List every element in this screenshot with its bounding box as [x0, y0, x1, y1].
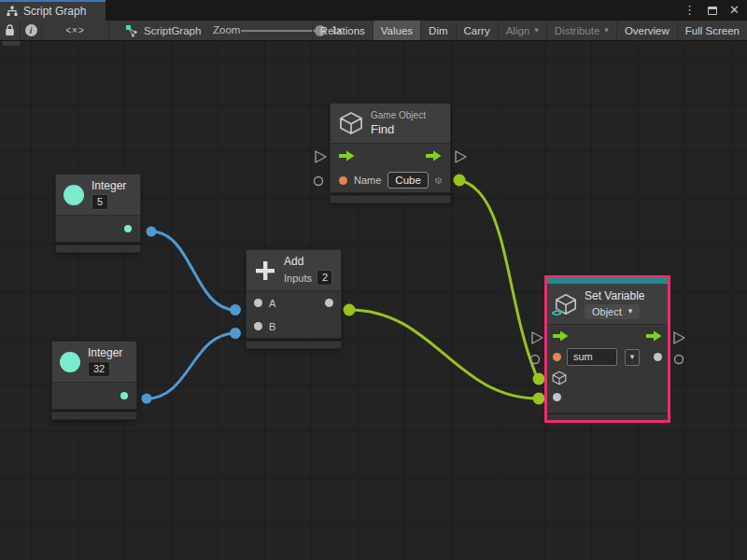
script-graph-window: Script Graph ⋮ ✕ i <×>	[0, 0, 747, 560]
node-integer-32[interactable]: Integer 32	[51, 341, 137, 420]
chevron-down-icon: ▾	[630, 353, 635, 361]
code-icon: <×>	[65, 25, 85, 35]
game-object-cube-icon	[339, 111, 363, 135]
flow-out-arrow-icon[interactable]	[646, 330, 662, 342]
zoom-slider-track[interactable]	[241, 30, 323, 32]
lock-icon	[5, 24, 15, 36]
flow-in-arrow-icon[interactable]	[339, 150, 355, 161]
name-value-field[interactable]: Cube	[388, 172, 429, 189]
node-category: Game Object	[371, 110, 426, 120]
graph-name: ScriptGraph	[144, 25, 201, 36]
node-title: Add	[284, 255, 332, 268]
output-port[interactable]	[124, 225, 132, 232]
dim-button[interactable]: Dim	[420, 21, 455, 40]
variable-name-dropdown-button[interactable]: ▾	[625, 349, 640, 366]
port-b-label: B	[269, 321, 275, 332]
node-footer	[55, 245, 141, 253]
graph-icon	[7, 6, 18, 17]
fullscreen-button[interactable]: Full Screen	[677, 21, 747, 40]
node-footer	[246, 341, 342, 349]
add-icon	[254, 259, 276, 282]
flow-in-arrow-icon[interactable]	[553, 330, 569, 342]
node-footer	[547, 413, 668, 420]
integer-value-field[interactable]: 5	[92, 194, 108, 210]
inspect-button[interactable]: i	[21, 21, 42, 40]
value-input-port[interactable]	[553, 393, 561, 401]
name-label: Name	[354, 175, 381, 186]
zoom-label: Zoom	[213, 21, 240, 40]
distribute-button[interactable]: Distribute ▾	[546, 21, 616, 40]
string-input-port[interactable]	[339, 176, 347, 185]
panel-handle[interactable]	[2, 41, 21, 46]
output-port[interactable]	[654, 353, 662, 361]
node-integer-5[interactable]: Integer 5	[55, 174, 141, 253]
overview-button[interactable]: Overview	[616, 21, 677, 40]
carry-button[interactable]: Carry	[456, 21, 498, 40]
tab-script-graph[interactable]: Script Graph	[0, 0, 106, 21]
integer-type-icon	[60, 352, 80, 372]
node-footer	[51, 412, 137, 420]
flow-out-arrow-icon[interactable]	[426, 150, 442, 161]
relations-button[interactable]: Relations	[312, 21, 373, 40]
integer-type-icon	[63, 185, 84, 205]
node-title: Find	[371, 122, 426, 136]
values-button[interactable]: Values	[373, 21, 420, 40]
chevron-down-icon: ▾	[534, 26, 539, 35]
graph-breadcrumb[interactable]: ScriptGraph	[125, 21, 201, 40]
script-graph-icon	[125, 24, 138, 37]
lock-button[interactable]	[0, 21, 21, 40]
tab-title: Script Graph	[23, 5, 86, 18]
integer-value-field[interactable]: 32	[88, 361, 110, 377]
variables-button[interactable]: <×>	[42, 21, 109, 40]
port-a-label: A	[269, 298, 275, 309]
gameobject-input-port-icon[interactable]	[552, 371, 567, 385]
chevron-down-icon: ▾	[628, 307, 633, 315]
close-icon[interactable]: ✕	[729, 0, 740, 21]
node-title: Integer	[88, 346, 122, 359]
maximize-icon[interactable]	[708, 7, 717, 15]
node-add[interactable]: Add Inputs 2 A B	[246, 249, 342, 349]
tab-bar: Script Graph ⋮ ✕	[0, 0, 747, 21]
node-title: Set Variable	[585, 289, 644, 302]
info-icon: i	[25, 24, 37, 36]
variable-scope-dropdown[interactable]: Object ▾	[585, 304, 640, 319]
window-menu-icon[interactable]: ⋮	[684, 0, 696, 21]
align-button[interactable]: Align ▾	[498, 21, 546, 40]
output-port[interactable]	[325, 299, 333, 307]
graph-toolbar: i <×> ScriptGraph Zoom 1x Relations Valu…	[0, 21, 747, 41]
input-port-b[interactable]	[254, 322, 262, 330]
variable-name-port[interactable]	[553, 353, 561, 361]
output-port[interactable]	[120, 392, 128, 399]
gameobject-output-icon[interactable]	[435, 173, 442, 189]
node-find[interactable]: Game Object Find Name Cube	[330, 103, 451, 203]
variable-name-dropdown[interactable]: sum	[567, 348, 617, 366]
input-port-a[interactable]	[254, 299, 262, 307]
inputs-label: Inputs	[284, 273, 312, 284]
inputs-count-field[interactable]: 2	[317, 270, 332, 286]
chevron-down-icon: ▾	[604, 26, 609, 35]
node-set-variable-selected[interactable]: <> Set Variable Object ▾	[544, 275, 670, 423]
node-footer	[330, 195, 451, 203]
node-title: Integer	[92, 179, 126, 192]
code-brackets-icon: <>	[552, 308, 561, 318]
